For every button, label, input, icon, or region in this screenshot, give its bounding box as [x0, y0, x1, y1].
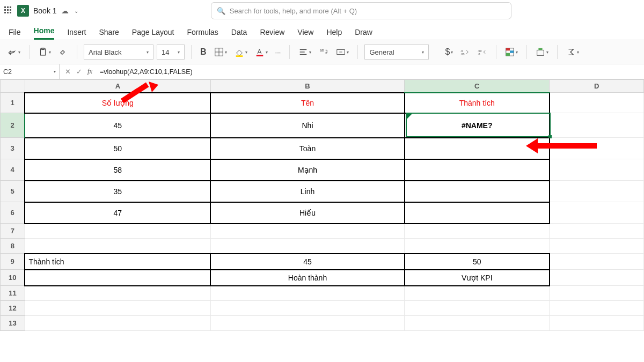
menu-file[interactable]: File: [9, 28, 21, 40]
cell-B2[interactable]: Nhi: [210, 113, 405, 138]
row-header-4[interactable]: 4: [1, 159, 25, 181]
currency-button[interactable]: $▾: [443, 46, 455, 58]
menu-view[interactable]: View: [297, 28, 313, 40]
cell-C1[interactable]: Thành tích: [405, 93, 550, 113]
error-indicator-icon[interactable]: [407, 114, 412, 119]
fill-color-button[interactable]: ▾: [232, 46, 250, 58]
cell-A5[interactable]: 35: [25, 181, 210, 202]
cell-A7[interactable]: [25, 224, 210, 239]
cell-C4[interactable]: [405, 159, 550, 181]
row-header-10[interactable]: 10: [1, 270, 25, 286]
cell-A8[interactable]: [25, 239, 210, 254]
menu-share[interactable]: Share: [99, 28, 119, 40]
cell-D9[interactable]: [550, 254, 644, 270]
row-header-9[interactable]: 9: [1, 254, 25, 270]
row-header-11[interactable]: 11: [1, 286, 25, 301]
cell-C10[interactable]: Vượt KPI: [405, 270, 550, 286]
decrease-decimal-button[interactable]: .0.00: [458, 46, 472, 58]
col-header-C[interactable]: C: [405, 80, 550, 93]
cell-B9[interactable]: 45: [210, 254, 405, 270]
undo-button[interactable]: ▾: [5, 46, 23, 58]
cell-D8[interactable]: [550, 239, 644, 254]
paste-button[interactable]: ▾: [36, 46, 53, 58]
cell-D1[interactable]: [550, 93, 644, 113]
wrap-text-button[interactable]: ab: [317, 46, 331, 58]
menu-draw[interactable]: Draw: [355, 28, 372, 40]
font-size-select[interactable]: 14▾: [157, 45, 185, 60]
cloud-saved-icon[interactable]: ☁: [61, 6, 69, 15]
menu-home[interactable]: Home: [34, 26, 55, 40]
row-header-1[interactable]: 1: [1, 93, 25, 113]
cell-D6[interactable]: [550, 202, 644, 224]
col-header-D[interactable]: D: [550, 80, 644, 93]
app-launcher-icon[interactable]: [4, 6, 13, 15]
formula-input[interactable]: =vloohup(A2,A9:C10,1,FALSE): [98, 68, 644, 76]
cell-D10[interactable]: [550, 270, 644, 286]
insert-cells-button[interactable]: ▾: [533, 46, 551, 58]
row-header-3[interactable]: 3: [1, 138, 25, 159]
bold-button[interactable]: B: [198, 46, 209, 58]
cell-A4[interactable]: 58: [25, 159, 210, 181]
menu-review[interactable]: Review: [260, 28, 284, 40]
cell-A2[interactable]: 45: [25, 113, 210, 138]
cell-B8[interactable]: [210, 239, 405, 254]
cell-B6[interactable]: Hiếu: [210, 202, 405, 224]
cell-D7[interactable]: [550, 224, 644, 239]
conditional-format-button[interactable]: ▾: [503, 46, 520, 58]
row-header-6[interactable]: 6: [1, 202, 25, 224]
format-painter-button[interactable]: [56, 46, 70, 58]
cell-B10[interactable]: Hoàn thành: [210, 270, 405, 286]
cell-C9[interactable]: 50: [405, 254, 550, 270]
row-header-8[interactable]: 8: [1, 239, 25, 254]
row-header-13[interactable]: 13: [1, 316, 25, 331]
col-header-B[interactable]: B: [210, 80, 405, 93]
increase-decimal-button[interactable]: .00.0: [475, 46, 489, 58]
menu-insert[interactable]: Insert: [67, 28, 86, 40]
cell-A6[interactable]: 47: [25, 202, 210, 224]
menu-page-layout[interactable]: Page Layout: [132, 28, 174, 40]
search-input[interactable]: 🔍 Search for tools, help, and more (Alt …: [211, 2, 511, 19]
number-format-select[interactable]: General▾: [364, 45, 429, 60]
merge-button[interactable]: ▾: [334, 46, 351, 58]
cell-D5[interactable]: [550, 181, 644, 202]
font-size: 14: [162, 48, 169, 56]
cell-A10[interactable]: [25, 270, 210, 286]
menu-bar: File Home Insert Share Page Layout Formu…: [0, 21, 644, 40]
more-font-button[interactable]: ···: [273, 47, 283, 57]
cell-C7[interactable]: [405, 224, 550, 239]
cell-C2[interactable]: #NAME?: [405, 113, 550, 138]
cell-B1[interactable]: Tên: [210, 93, 405, 113]
cell-C8[interactable]: [405, 239, 550, 254]
menu-data[interactable]: Data: [231, 28, 247, 40]
font-select[interactable]: Arial Black▾: [84, 45, 153, 60]
row-header-12[interactable]: 12: [1, 301, 25, 316]
menu-help[interactable]: Help: [326, 28, 342, 40]
autosum-button[interactable]: ▾: [564, 46, 581, 58]
cancel-formula-icon[interactable]: ✕: [65, 68, 71, 76]
svg-rect-5: [236, 55, 243, 57]
cell-B5[interactable]: Linh: [210, 181, 405, 202]
font-color-button[interactable]: A▾: [253, 46, 270, 58]
row-header-5[interactable]: 5: [1, 181, 25, 202]
cell-D2[interactable]: [550, 113, 644, 138]
document-title[interactable]: Book 1: [33, 6, 57, 15]
cell-D4[interactable]: [550, 159, 644, 181]
row-header-7[interactable]: 7: [1, 224, 25, 239]
spreadsheet-grid[interactable]: A B C D 1 Số lượng Tên Thành tích 2 45 N…: [0, 79, 644, 331]
cell-B4[interactable]: Mạnh: [210, 159, 405, 181]
cell-B7[interactable]: [210, 224, 405, 239]
menu-formulas[interactable]: Formulas: [187, 28, 218, 40]
borders-button[interactable]: ▾: [212, 46, 229, 58]
cell-C5[interactable]: [405, 181, 550, 202]
fx-icon[interactable]: fx: [87, 68, 92, 76]
cell-A9[interactable]: Thành tích: [25, 254, 210, 270]
select-all-corner[interactable]: [1, 80, 25, 93]
title-dropdown-icon[interactable]: ⌄: [74, 8, 78, 14]
row-header-2[interactable]: 2: [1, 113, 25, 138]
cell-A3[interactable]: 50: [25, 138, 210, 159]
accept-formula-icon[interactable]: ✓: [76, 68, 82, 76]
cell-C6[interactable]: [405, 202, 550, 224]
cell-B3[interactable]: Toàn: [210, 138, 405, 159]
name-box[interactable]: C2▾: [0, 68, 59, 76]
align-button[interactable]: ▾: [296, 46, 313, 58]
